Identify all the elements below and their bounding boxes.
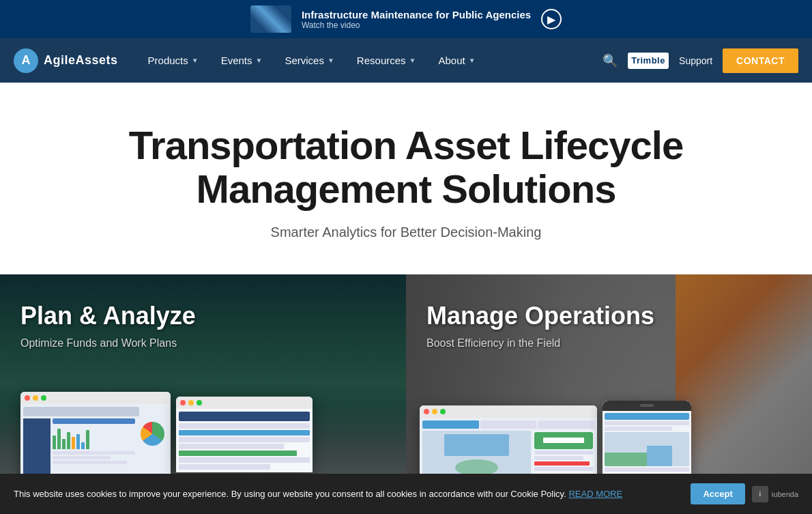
top-banner: Infrastructure Maintenance for Public Ag… (0, 0, 812, 38)
iubenda-icon: i (752, 486, 768, 493)
manage-operations-subheading: Boost Efficiency in the Field (426, 337, 792, 349)
main-navbar: A AgileAssets Products ▼ Events ▼ Servic… (0, 38, 812, 83)
nav-events-label: Events (221, 55, 252, 66)
nav-events-arrow: ▼ (256, 57, 263, 64)
plan-analyze-subheading: Optimize Funds and Work Plans (20, 337, 386, 349)
split-left-panel[interactable]: Plan & Analyze Optimize Funds and Work P… (0, 274, 406, 493)
iubenda-logo: i iubenda (752, 486, 798, 493)
nav-resources-label: Resources (357, 55, 406, 66)
nav-services-label: Services (285, 55, 324, 66)
nav-resources-arrow: ▼ (409, 57, 416, 64)
left-mockup-table (176, 397, 313, 472)
trimble-icon: Trimble (628, 53, 669, 69)
nav-products-label: Products (148, 55, 188, 66)
nav-about-arrow: ▼ (469, 57, 476, 64)
search-icon[interactable]: 🔍 (603, 53, 618, 68)
nav-products-arrow: ▼ (192, 57, 199, 64)
nav-item-services[interactable]: Services ▼ (275, 49, 343, 72)
banner-subtitle: Watch the video (302, 20, 531, 30)
right-mockup-tablet (603, 401, 691, 479)
banner-play-button[interactable]: ▶ (541, 9, 562, 29)
hero-title: Transportation Asset Lifecycle Managemen… (27, 124, 785, 211)
cookie-message: This website uses cookies to improve you… (14, 489, 691, 493)
contact-button[interactable]: CONTACT (723, 48, 798, 73)
nav-links: Products ▼ Events ▼ Services ▼ Resources… (139, 49, 603, 72)
cookie-banner: This website uses cookies to improve you… (0, 474, 812, 493)
banner-thumbnail (250, 5, 291, 33)
hero-subtitle: Smarter Analytics for Better Decision-Ma… (27, 225, 785, 240)
logo-text: AgileAssets (44, 53, 118, 68)
hero-title-line2: Management Solutions (197, 167, 616, 211)
nav-item-events[interactable]: Events ▼ (212, 49, 272, 72)
nav-item-about[interactable]: About ▼ (429, 49, 484, 72)
nav-right: 🔍 Trimble Support CONTACT (603, 48, 798, 73)
banner-title: Infrastructure Maintenance for Public Ag… (302, 9, 531, 20)
cookie-read-more-link[interactable]: READ MORE (568, 489, 622, 493)
cookie-accept-button[interactable]: Accept (691, 483, 744, 493)
plan-analyze-heading: Plan & Analyze (20, 302, 386, 330)
trimble-logo: Trimble (628, 53, 669, 69)
hero-section: Transportation Asset Lifecycle Managemen… (0, 83, 812, 274)
cookie-actions: Accept i iubenda (691, 483, 798, 493)
banner-text-area: Infrastructure Maintenance for Public Ag… (302, 9, 531, 30)
pie-chart (141, 422, 164, 446)
play-icon: ▶ (547, 13, 555, 26)
logo-icon: A (14, 48, 38, 73)
nav-item-products[interactable]: Products ▼ (139, 49, 208, 72)
iubenda-label: iubenda (772, 490, 798, 493)
split-section: Plan & Analyze Optimize Funds and Work P… (0, 274, 812, 493)
hero-title-line1: Transportation Asset Lifecycle (129, 123, 683, 167)
nav-item-resources[interactable]: Resources ▼ (347, 49, 426, 72)
nav-services-arrow: ▼ (328, 57, 334, 64)
manage-operations-heading: Manage Operations (426, 302, 792, 330)
split-right-panel[interactable]: Manage Operations Boost Efficiency in th… (406, 274, 812, 493)
support-link[interactable]: Support (679, 55, 712, 66)
nav-about-label: About (438, 55, 465, 66)
logo-area[interactable]: A AgileAssets (14, 48, 118, 73)
trimble-text: Trimble (631, 55, 665, 66)
